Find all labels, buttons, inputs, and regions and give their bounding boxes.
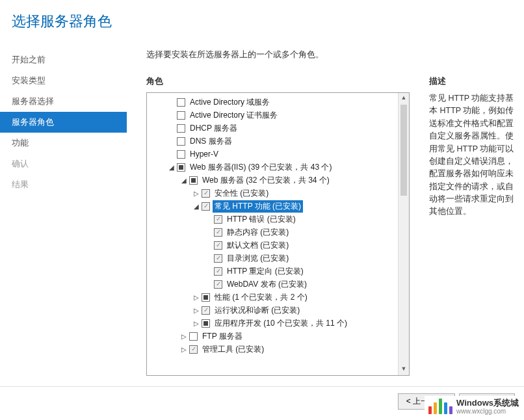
- expand-icon[interactable]: ▷: [192, 307, 200, 314]
- checkbox[interactable]: [202, 189, 210, 198]
- checkbox[interactable]: [202, 293, 210, 302]
- scroll-up-icon[interactable]: ▲: [399, 93, 409, 104]
- tree-node[interactable]: ▷性能 (1 个已安装，共 2 个): [147, 291, 398, 304]
- tree-node[interactable]: DNS 服务器: [147, 135, 398, 148]
- checkbox[interactable]: [202, 319, 210, 328]
- sidebar-item-2[interactable]: 服务器选择: [0, 91, 127, 112]
- tree-node[interactable]: DHCP 服务器: [147, 122, 398, 135]
- checkbox[interactable]: [214, 228, 222, 237]
- tree-node[interactable]: ▷管理工具 (已安装): [147, 343, 398, 356]
- checkbox[interactable]: [177, 163, 185, 172]
- tree-node-label[interactable]: 默认文档 (已安装): [225, 239, 291, 252]
- tree-node[interactable]: ▷FTP 服务器: [147, 330, 398, 343]
- sidebar-item-1[interactable]: 安装类型: [0, 70, 127, 91]
- checkbox[interactable]: [189, 332, 198, 341]
- scroll-thumb[interactable]: [400, 105, 407, 196]
- tree-node-label[interactable]: 常见 HTTP 功能 (已安装): [213, 200, 303, 213]
- checkbox[interactable]: [214, 241, 222, 250]
- checkbox[interactable]: [177, 98, 185, 107]
- sidebar-item-6: 结果: [0, 174, 127, 195]
- tree-node-label[interactable]: DHCP 服务器: [188, 122, 239, 135]
- expand-icon[interactable]: ▷: [180, 333, 188, 340]
- tree-node-label[interactable]: HTTP 重定向 (已安装): [225, 265, 306, 278]
- tree-node[interactable]: 默认文档 (已安装): [147, 239, 398, 252]
- tree-node-label[interactable]: Web 服务器 (32 个已安装，共 34 个): [200, 174, 332, 187]
- tree-node-label[interactable]: Hyper-V: [188, 149, 220, 159]
- tree-node-label[interactable]: FTP 服务器: [200, 330, 244, 343]
- checkbox[interactable]: [189, 345, 198, 354]
- tree-node[interactable]: ▷运行状况和诊断 (已安装): [147, 304, 398, 317]
- sidebar-item-3[interactable]: 服务器角色: [0, 112, 127, 133]
- wizard-sidebar: 开始之前安装类型服务器选择服务器角色功能确认结果: [0, 49, 127, 376]
- roles-header: 角色: [146, 76, 410, 87]
- tree-node[interactable]: ▷应用程序开发 (10 个已安装，共 11 个): [147, 317, 398, 330]
- watermark-bar: [444, 402, 447, 414]
- tree-node[interactable]: ◢常见 HTTP 功能 (已安装): [147, 200, 398, 213]
- collapse-icon[interactable]: ◢: [168, 164, 176, 171]
- instruction-text: 选择要安装在所选服务器上的一个或多个角色。: [146, 49, 515, 60]
- watermark-bar: [449, 406, 452, 414]
- tree-node-label[interactable]: HTTP 错误 (已安装): [225, 213, 298, 226]
- expand-icon[interactable]: ▷: [192, 190, 200, 197]
- scroll-down-icon[interactable]: ▼: [399, 364, 409, 375]
- checkbox[interactable]: [177, 111, 185, 120]
- sidebar-item-5: 确认: [0, 153, 127, 174]
- watermark: Windows系统城 www.wxclgg.com: [425, 396, 523, 417]
- tree-node[interactable]: 静态内容 (已安装): [147, 226, 398, 239]
- tree-node[interactable]: Hyper-V: [147, 148, 398, 161]
- tree-node[interactable]: Active Directory 证书服务: [147, 109, 398, 122]
- tree-node-label[interactable]: Active Directory 证书服务: [188, 109, 280, 122]
- checkbox[interactable]: [214, 267, 222, 276]
- tree-node[interactable]: ◢Web 服务器 (32 个已安装，共 34 个): [147, 174, 398, 187]
- roles-tree[interactable]: Active Directory 域服务Active Directory 证书服…: [146, 92, 410, 376]
- tree-scrollbar[interactable]: ▲ ▼: [398, 93, 409, 375]
- checkbox[interactable]: [202, 202, 210, 211]
- description-text: 常见 HTTP 功能支持基本 HTTP 功能，例如传送标准文件格式和配置自定义服…: [429, 92, 515, 218]
- description-header: 描述: [429, 76, 515, 87]
- tree-node-label[interactable]: 运行状况和诊断 (已安装): [213, 304, 302, 317]
- tree-node[interactable]: Active Directory 域服务: [147, 96, 398, 109]
- checkbox[interactable]: [202, 306, 210, 315]
- tree-node-label[interactable]: 管理工具 (已安装): [200, 343, 266, 356]
- checkbox[interactable]: [214, 254, 222, 263]
- collapse-icon[interactable]: ◢: [180, 177, 188, 184]
- tree-node-label[interactable]: DNS 服务器: [188, 135, 234, 148]
- tree-node[interactable]: HTTP 错误 (已安装): [147, 213, 398, 226]
- checkbox[interactable]: [177, 137, 185, 146]
- watermark-url: www.wxclgg.com: [456, 408, 519, 415]
- page-title: 选择服务器角色: [12, 12, 524, 31]
- tree-node-label[interactable]: Active Directory 域服务: [188, 96, 272, 109]
- expand-icon[interactable]: ▷: [192, 320, 200, 327]
- collapse-icon[interactable]: ◢: [192, 203, 200, 210]
- checkbox[interactable]: [177, 150, 185, 159]
- tree-node-label[interactable]: Web 服务器(IIS) (39 个已安装，共 43 个): [188, 161, 334, 174]
- watermark-bar: [428, 406, 432, 414]
- tree-node[interactable]: WebDAV 发布 (已安装): [147, 278, 398, 291]
- checkbox[interactable]: [177, 124, 185, 133]
- tree-node[interactable]: ▷安全性 (已安装): [147, 187, 398, 200]
- tree-node-label[interactable]: 静态内容 (已安装): [225, 226, 291, 239]
- sidebar-item-0[interactable]: 开始之前: [0, 49, 127, 70]
- watermark-bar: [434, 402, 437, 414]
- tree-node-label[interactable]: 目录浏览 (已安装): [225, 252, 291, 265]
- expand-icon[interactable]: ▷: [180, 346, 188, 353]
- watermark-bar: [439, 399, 442, 414]
- tree-node-label[interactable]: 性能 (1 个已安装，共 2 个): [213, 291, 309, 304]
- sidebar-item-4[interactable]: 功能: [0, 133, 127, 153]
- tree-node-label[interactable]: 安全性 (已安装): [213, 187, 270, 200]
- tree-node[interactable]: ◢Web 服务器(IIS) (39 个已安装，共 43 个): [147, 161, 398, 174]
- checkbox[interactable]: [189, 176, 198, 185]
- tree-node-label[interactable]: WebDAV 发布 (已安装): [225, 278, 309, 291]
- tree-node[interactable]: 目录浏览 (已安装): [147, 252, 398, 265]
- tree-node-label[interactable]: 应用程序开发 (10 个已安装，共 11 个): [213, 317, 349, 330]
- watermark-title: Windows系统城: [456, 399, 519, 408]
- checkbox[interactable]: [214, 215, 222, 224]
- tree-node[interactable]: HTTP 重定向 (已安装): [147, 265, 398, 278]
- expand-icon[interactable]: ▷: [192, 294, 200, 301]
- checkbox[interactable]: [214, 280, 222, 289]
